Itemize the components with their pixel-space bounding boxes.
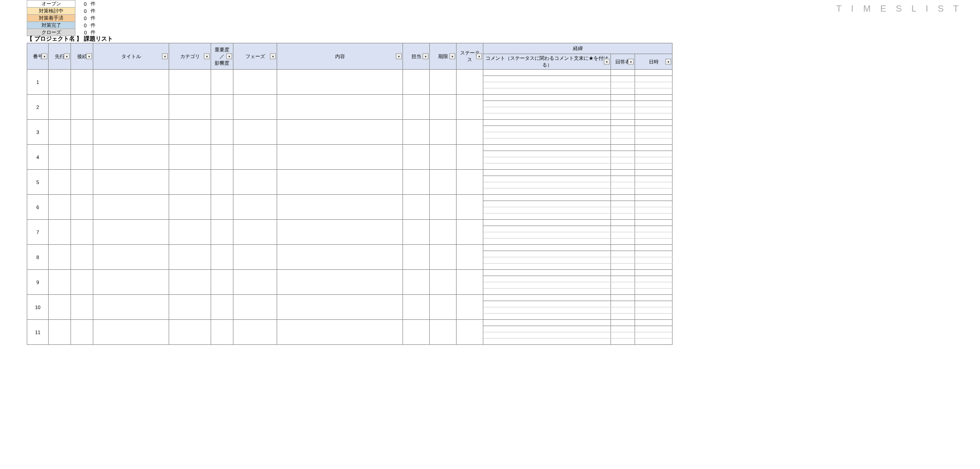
cell-datetime[interactable] <box>635 145 673 151</box>
cell-datetime[interactable] <box>635 239 673 245</box>
filter-dropdown-icon[interactable]: ▾ <box>204 54 210 59</box>
cell-datetime[interactable] <box>635 163 673 170</box>
cell-no[interactable]: 7 <box>27 220 49 245</box>
cell-responder[interactable] <box>611 101 635 107</box>
cell-datetime[interactable] <box>635 113 673 120</box>
col-header-pred[interactable]: 先行▾ <box>49 43 71 70</box>
cell-datetime[interactable] <box>635 307 673 314</box>
cell-responder[interactable] <box>611 339 635 345</box>
cell-no[interactable]: 10 <box>27 295 49 320</box>
cell-status[interactable] <box>457 95 483 120</box>
cell-phase[interactable] <box>233 95 277 120</box>
cell-datetime[interactable] <box>635 126 673 132</box>
cell-owner[interactable] <box>403 95 430 120</box>
cell-pred[interactable] <box>49 220 71 245</box>
cell-title[interactable] <box>93 295 169 320</box>
cell-datetime[interactable] <box>635 332 673 339</box>
cell-responder[interactable] <box>611 314 635 320</box>
cell-datetime[interactable] <box>635 264 673 270</box>
cell-content[interactable] <box>277 95 403 120</box>
filter-dropdown-icon[interactable]: ▾ <box>226 54 232 59</box>
cell-title[interactable] <box>93 195 169 220</box>
cell-comment[interactable] <box>483 264 611 270</box>
cell-datetime[interactable] <box>635 301 673 307</box>
cell-status[interactable] <box>457 120 483 145</box>
cell-comment[interactable] <box>483 101 611 107</box>
cell-comment[interactable] <box>483 151 611 157</box>
cell-title[interactable] <box>93 95 169 120</box>
cell-owner[interactable] <box>403 270 430 295</box>
cell-category[interactable] <box>169 95 211 120</box>
cell-comment[interactable] <box>483 95 611 101</box>
table-row[interactable]: 7 <box>27 220 673 226</box>
cell-category[interactable] <box>169 145 211 170</box>
cell-responder[interactable] <box>611 332 635 339</box>
cell-comment[interactable] <box>483 226 611 232</box>
cell-comment[interactable] <box>483 188 611 195</box>
col-header-datetime[interactable]: 日時▾ <box>635 54 673 70</box>
cell-status[interactable] <box>457 245 483 270</box>
cell-due[interactable] <box>430 295 457 320</box>
col-header-title[interactable]: タイトル▾ <box>93 43 169 70</box>
cell-category[interactable] <box>169 70 211 95</box>
cell-owner[interactable] <box>403 195 430 220</box>
col-header-responder[interactable]: 回答者▾ <box>611 54 635 70</box>
cell-priority[interactable] <box>211 120 233 145</box>
col-header-owner[interactable]: 担当▾ <box>403 43 430 70</box>
cell-comment[interactable] <box>483 326 611 332</box>
cell-datetime[interactable] <box>635 326 673 332</box>
cell-responder[interactable] <box>611 220 635 226</box>
cell-responder[interactable] <box>611 289 635 295</box>
cell-responder[interactable] <box>611 157 635 163</box>
cell-status[interactable] <box>457 145 483 170</box>
cell-title[interactable] <box>93 170 169 195</box>
cell-datetime[interactable] <box>635 295 673 301</box>
cell-owner[interactable] <box>403 220 430 245</box>
cell-responder[interactable] <box>611 182 635 188</box>
cell-status[interactable] <box>457 320 483 345</box>
cell-responder[interactable] <box>611 282 635 289</box>
cell-comment[interactable] <box>483 220 611 226</box>
cell-phase[interactable] <box>233 145 277 170</box>
col-header-no[interactable]: 番号▾ <box>27 43 49 70</box>
cell-datetime[interactable] <box>635 282 673 289</box>
col-header-phase[interactable]: フェーズ▾ <box>233 43 277 70</box>
cell-content[interactable] <box>277 245 403 270</box>
filter-dropdown-icon[interactable]: ▾ <box>42 54 47 59</box>
cell-category[interactable] <box>169 245 211 270</box>
cell-responder[interactable] <box>611 214 635 220</box>
cell-responder[interactable] <box>611 195 635 201</box>
cell-priority[interactable] <box>211 295 233 320</box>
cell-comment[interactable] <box>483 207 611 214</box>
cell-datetime[interactable] <box>635 245 673 251</box>
cell-datetime[interactable] <box>635 132 673 138</box>
cell-due[interactable] <box>430 95 457 120</box>
cell-comment[interactable] <box>483 88 611 95</box>
cell-category[interactable] <box>169 295 211 320</box>
cell-datetime[interactable] <box>635 320 673 326</box>
cell-responder[interactable] <box>611 170 635 176</box>
filter-dropdown-icon[interactable]: ▾ <box>86 54 92 59</box>
cell-comment[interactable] <box>483 301 611 307</box>
cell-category[interactable] <box>169 320 211 345</box>
cell-owner[interactable] <box>403 145 430 170</box>
cell-priority[interactable] <box>211 245 233 270</box>
cell-phase[interactable] <box>233 170 277 195</box>
cell-content[interactable] <box>277 195 403 220</box>
cell-priority[interactable] <box>211 320 233 345</box>
cell-no[interactable]: 1 <box>27 70 49 95</box>
cell-comment[interactable] <box>483 289 611 295</box>
cell-phase[interactable] <box>233 70 277 95</box>
filter-dropdown-icon[interactable]: ▾ <box>628 59 634 65</box>
cell-category[interactable] <box>169 120 211 145</box>
cell-responder[interactable] <box>611 276 635 282</box>
cell-no[interactable]: 8 <box>27 245 49 270</box>
cell-pred[interactable] <box>49 320 71 345</box>
table-row[interactable]: 10 <box>27 295 673 301</box>
cell-responder[interactable] <box>611 295 635 301</box>
col-header-category[interactable]: カテゴリ▾ <box>169 43 211 70</box>
cell-datetime[interactable] <box>635 107 673 113</box>
cell-title[interactable] <box>93 70 169 95</box>
cell-content[interactable] <box>277 145 403 170</box>
cell-comment[interactable] <box>483 339 611 345</box>
